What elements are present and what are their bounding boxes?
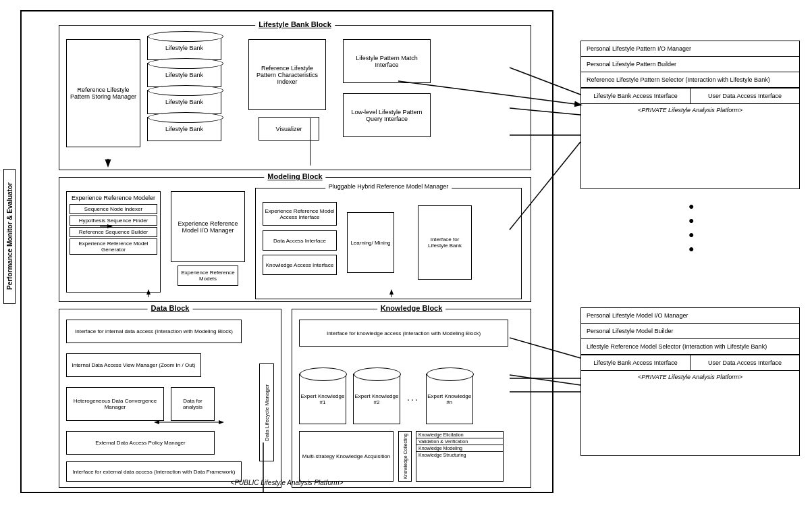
main-box: Lifestyle Bank Block Reference Lifestyle… bbox=[20, 10, 553, 493]
private-platform-top: Personal Lifestyle Pattern I/O Manager P… bbox=[580, 41, 800, 189]
knowledge-elicitation: Knowledge Elicitation bbox=[416, 432, 503, 438]
exp-ref-access-interface: Experience Reference Model Access Interf… bbox=[263, 202, 337, 226]
exp-ref-models: Experience Reference Models bbox=[178, 265, 238, 286]
knowledge-validation: Validation & Verification bbox=[416, 438, 503, 445]
lifestyle-bank-access-top: Lifestyle Bank Access Interface bbox=[581, 88, 691, 103]
learning-mining: Learning/ Mining bbox=[347, 212, 394, 273]
banks-area: Lifestyle Bank Lifestyle Bank Lifestyle … bbox=[147, 36, 235, 154]
ref-lifestyle-selector: Reference Lifestyle Pattern Selector (In… bbox=[581, 72, 799, 88]
knowledge-collecting: Knowledge Collecting bbox=[398, 431, 412, 482]
pluggable-title: Pluggable Hybrid Reference Model Manager bbox=[325, 183, 452, 190]
modeling-block-title: Modeling Block bbox=[264, 172, 325, 180]
knowledge-structuring: Knowledge Structuring bbox=[416, 452, 503, 458]
exp-ref-model-gen: Experience Reference Model Generator bbox=[70, 238, 157, 255]
public-platform-label: <PUBLIC Lifestyle Analysis Platform> bbox=[231, 479, 344, 486]
knowledge-modeling: Knowledge Modeling bbox=[416, 445, 503, 452]
personal-lifestyle-io-mgr: Personal Lifestyle Pattern I/O Manager bbox=[581, 41, 799, 57]
outer-container: Performance Monitor & Evaluator Lifestyl… bbox=[0, 0, 812, 506]
private-platform-bottom-label: <PRIVATE Lifestyle Analysis Platform> bbox=[581, 370, 799, 383]
knowledge-access-top-box: Interface for knowledge access (Interact… bbox=[299, 320, 508, 347]
ref-lifestyle-storing-manager: Reference Lifestyle Pattern Storing Mana… bbox=[66, 39, 140, 147]
knowledge-block-title: Knowledge Block bbox=[377, 304, 446, 312]
ref-seq-builder: Reference Sequence Builder bbox=[70, 227, 157, 237]
private-platform-top-label: <PRIVATE Lifestyle Analysis Platform> bbox=[581, 103, 799, 116]
user-data-access-top: User Data Access Interface bbox=[691, 88, 799, 103]
lifestyle-bank-2: Lifestyle Bank bbox=[147, 63, 221, 87]
personal-lifestyle-model-io: Personal Lifestyle Model I/O Manager bbox=[581, 308, 799, 324]
personal-lifestyle-model-builder: Personal Lifestyle Model Builder bbox=[581, 324, 799, 339]
lifestyle-bank-block: Lifestyle Bank Block Reference Lifestyle… bbox=[59, 25, 531, 170]
knowledge-items-box: Knowledge Elicitation Validation & Verif… bbox=[416, 431, 504, 482]
visualizer-box: Visualizer bbox=[259, 117, 319, 141]
pattern-match-interface: Lifestyle Pattern Match Interface bbox=[343, 39, 431, 83]
middle-dots: ●●●● bbox=[688, 199, 694, 256]
lifestyle-bank-4: Lifestyle Bank bbox=[147, 117, 221, 141]
exp-ref-modeler: Experience Reference Modeler Sequence No… bbox=[66, 191, 161, 293]
data-lifecycle-mgr: Data Lifecycle Manager bbox=[259, 363, 274, 461]
perf-monitor-label: Performance Monitor & Evaluator bbox=[3, 169, 16, 304]
perf-monitor-text: Performance Monitor & Evaluator bbox=[6, 183, 13, 290]
private-platform-bottom: Personal Lifestyle Model I/O Manager Per… bbox=[580, 307, 800, 456]
exp-ref-modeler-title: Experience Reference Modeler bbox=[72, 195, 155, 201]
data-access-inner: Data Access Interface bbox=[263, 230, 337, 251]
dots-separator: ··· bbox=[407, 374, 419, 424]
knowledge-access-inner: Knowledge Access Interface bbox=[263, 255, 337, 275]
platform-bottom-row-top: Lifestyle Bank Access Interface User Dat… bbox=[581, 88, 799, 103]
data-block: Data Block Interface for internal data a… bbox=[59, 309, 281, 488]
exp-io-manager: Experience Reference Model I/O Manager bbox=[171, 191, 245, 262]
lifestyle-bank-3: Lifestyle Bank bbox=[147, 90, 221, 114]
platform-bottom-row-btm: Lifestyle Bank Access Interface User Dat… bbox=[581, 355, 799, 370]
expert-knowledge-2: Expert Knowledge #2 bbox=[353, 374, 400, 424]
ref-char-indexer: Reference Lifestyle Pattern Characterist… bbox=[248, 39, 326, 110]
personal-lifestyle-builder: Personal Lifestyle Pattern Builder bbox=[581, 57, 799, 72]
multi-strategy-box: Multi-strategy Knowledge Acquisition bbox=[299, 431, 394, 482]
lifestyle-ref-model-selector: Lifestyle Reference Model Selector (Inte… bbox=[581, 339, 799, 355]
data-analysis-box: Data for analysis bbox=[171, 387, 215, 421]
modeling-block: Modeling Block Experience Reference Mode… bbox=[59, 177, 531, 302]
hetero-convergence-mgr: Heterogeneous Data Convergence Manager bbox=[66, 387, 164, 421]
lifestyle-bank-block-title: Lifestyle Bank Block bbox=[255, 20, 335, 28]
interface-lifestyle-bank: Interface for Lifestyle Bank bbox=[418, 205, 472, 280]
expert-knowledge-area: Expert Knowledge #1 Expert Knowledge #2 … bbox=[299, 360, 515, 424]
pluggable-block: Pluggable Hybrid Reference Model Manager… bbox=[255, 188, 522, 299]
ext-data-access: Interface for external data access (Inte… bbox=[66, 461, 242, 482]
lifestyle-bank-access-bottom: Lifestyle Bank Access Interface bbox=[581, 355, 691, 370]
seq-node-indexer: Sequence Node Indexer bbox=[70, 204, 157, 214]
expert-knowledge-n: Expert Knowledge #n bbox=[426, 374, 473, 424]
hypothesis-seq-finder: Hypothesis Sequence Finder bbox=[70, 216, 157, 226]
lifestyle-bank-1: Lifestyle Bank bbox=[147, 36, 221, 60]
expert-knowledge-1: Expert Knowledge #1 bbox=[299, 374, 346, 424]
external-policy-mgr: External Data Access Policy Manager bbox=[66, 431, 215, 455]
internal-view-mgr: Internal Data Access View Manager (Zoom … bbox=[66, 353, 201, 377]
internal-data-access: Interface for internal data access (Inte… bbox=[66, 320, 242, 343]
user-data-access-bottom: User Data Access Interface bbox=[691, 355, 799, 370]
data-block-title: Data Block bbox=[148, 304, 193, 312]
lowlevel-query-interface: Low-level Lifestyle Pattern Query Interf… bbox=[343, 93, 431, 137]
knowledge-block: Knowledge Block Interface for knowledge … bbox=[292, 309, 531, 488]
